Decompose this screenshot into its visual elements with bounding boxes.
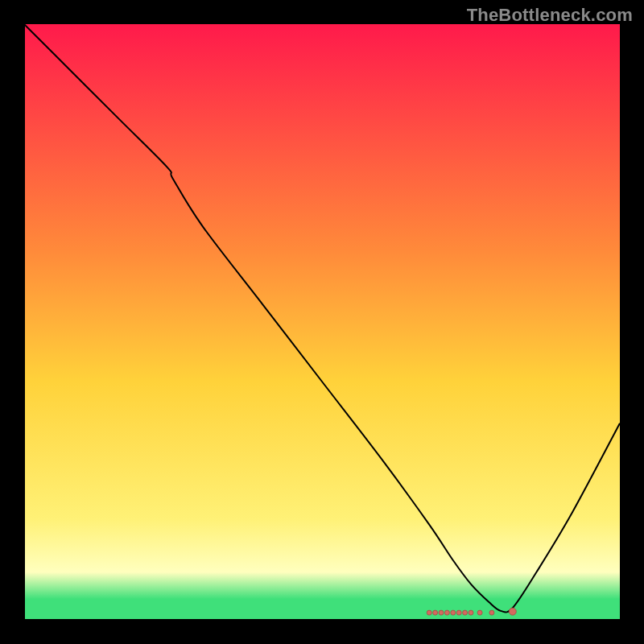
chart-stage: TheBottleneck.com — [0, 0, 644, 644]
marker-dot — [463, 610, 468, 615]
watermark-text: TheBottleneck.com — [467, 5, 633, 26]
marker-dot — [477, 610, 482, 615]
marker-dot — [489, 610, 494, 615]
marker-dot — [439, 610, 444, 615]
marker-dot — [451, 610, 456, 615]
marker-dot — [456, 610, 461, 615]
marker-dot — [509, 608, 516, 615]
marker-dot — [433, 610, 438, 615]
plot-area — [24, 24, 620, 620]
bottleneck-chart — [24, 24, 620, 620]
marker-dot — [469, 610, 473, 615]
marker-dot — [427, 610, 431, 615]
marker-dot — [444, 610, 449, 615]
